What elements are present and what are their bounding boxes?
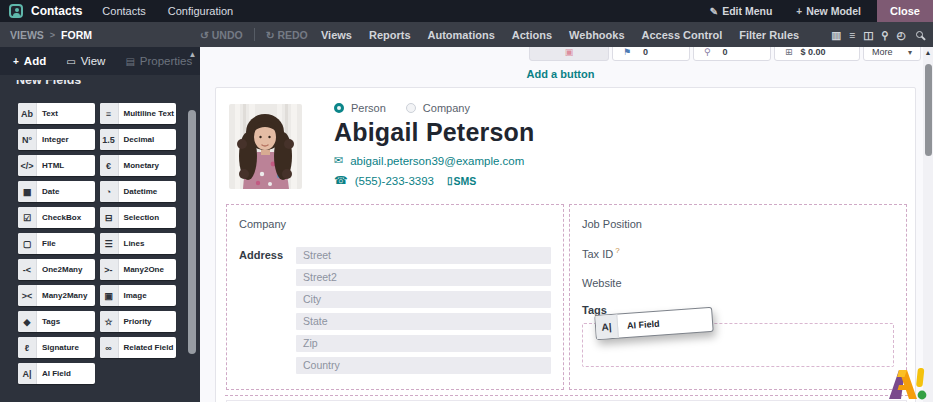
drop-separator bbox=[225, 395, 908, 396]
tab-actions[interactable]: Actions bbox=[512, 29, 552, 41]
field-label: Date bbox=[37, 181, 59, 202]
field-button-datetime[interactable]: ◔Datetime bbox=[100, 181, 177, 202]
form-column-right[interactable]: Job Position Tax ID? Website Tags A| AI … bbox=[569, 204, 907, 390]
stat-button-pin[interactable]: ⚲0 bbox=[693, 47, 771, 61]
field-button-monetary[interactable]: €Monetary bbox=[100, 155, 177, 176]
plus-icon: + bbox=[796, 6, 802, 17]
field-button-tags[interactable]: ◆Tags bbox=[18, 311, 95, 332]
stat-button-bookmark[interactable]: ⚑0 bbox=[612, 47, 690, 61]
monitor-icon: ▭ bbox=[66, 56, 75, 67]
add-a-button-link[interactable]: Add a button bbox=[200, 68, 921, 80]
sms-button[interactable]: ▯SMS bbox=[447, 175, 476, 187]
field-button-lines[interactable]: ☰Lines bbox=[100, 233, 177, 254]
divider bbox=[254, 28, 255, 41]
radio-person[interactable] bbox=[334, 103, 344, 113]
radio-company[interactable] bbox=[406, 103, 416, 113]
contacts-app-icon[interactable] bbox=[9, 4, 23, 18]
street2-input[interactable]: Street2 bbox=[296, 269, 551, 286]
scroll-up-icon[interactable]: ▲ bbox=[923, 47, 933, 58]
list-view-icon[interactable]: ≡ bbox=[849, 29, 855, 41]
field-button-many2many[interactable]: ><Many2Many bbox=[18, 285, 95, 306]
field-button-decimal[interactable]: 1.5Decimal bbox=[100, 129, 177, 150]
edit-menu-button[interactable]: ✎Edit Menu bbox=[710, 5, 773, 17]
top-navbar: Contacts Contacts Configuration ✎Edit Me… bbox=[0, 0, 933, 22]
stat-button-disabled[interactable]: ▣ bbox=[529, 47, 609, 61]
field-button-html[interactable]: </>HTML bbox=[18, 155, 95, 176]
zip-input[interactable]: Zip bbox=[296, 335, 551, 352]
menu-contacts[interactable]: Contacts bbox=[102, 5, 145, 17]
activity-view-icon[interactable]: ◴ bbox=[897, 29, 906, 41]
breadcrumb-views[interactable]: VIEWS bbox=[10, 29, 44, 41]
contact-type-radios: Person Company bbox=[334, 102, 534, 114]
sidebar-tab-add[interactable]: +Add bbox=[13, 55, 46, 67]
redo-button[interactable]: ↻ REDO bbox=[266, 29, 308, 41]
field-label: Priority bbox=[119, 311, 152, 332]
main-scrollbar[interactable]: ▲ bbox=[923, 47, 933, 402]
tab-webhooks[interactable]: Webhooks bbox=[569, 29, 624, 41]
field-button-multiline-text[interactable]: ≡Multiline Text bbox=[100, 103, 177, 124]
close-studio-button[interactable]: Close bbox=[877, 0, 933, 22]
field-button-integer[interactable]: N°Integer bbox=[18, 129, 95, 150]
field-button-signature[interactable]: ℓSignature bbox=[18, 337, 95, 358]
field-drop-zone[interactable]: A| AI Field bbox=[582, 323, 894, 367]
field-button-related-field[interactable]: ∞Related Field bbox=[100, 337, 177, 358]
contact-photo[interactable] bbox=[229, 104, 302, 189]
undo-button[interactable]: ↺ UNDO bbox=[200, 29, 243, 41]
field-button-selection[interactable]: ⊟Selection bbox=[100, 207, 177, 228]
scroll-up-icon[interactable]: ▲ bbox=[186, 50, 199, 60]
field-label: Integer bbox=[37, 129, 69, 150]
tab-views[interactable]: Views bbox=[321, 29, 352, 41]
kanban-view-icon[interactable]: ◫ bbox=[863, 29, 873, 41]
more-dropdown[interactable]: More▾ bbox=[863, 47, 921, 61]
field-button-date[interactable]: ▦Date bbox=[18, 181, 95, 202]
field-label: Lines bbox=[119, 233, 145, 254]
tab-automations[interactable]: Automations bbox=[428, 29, 495, 41]
search-view-icon[interactable] bbox=[916, 31, 923, 38]
website-field-label[interactable]: Website bbox=[582, 277, 894, 289]
tax-id-field-label[interactable]: Tax ID? bbox=[582, 246, 894, 260]
field-button-many2one[interactable]: >-Many2One bbox=[100, 259, 177, 280]
field-label: Datetime bbox=[119, 181, 158, 202]
phone-icon: ☎ bbox=[334, 174, 348, 187]
studio-toolbar: VIEWS > FORM ↺ UNDO ↻ REDO Views Reports… bbox=[0, 22, 933, 47]
tab-access-control[interactable]: Access Control bbox=[642, 29, 723, 41]
field-button-checkbox[interactable]: ☑CheckBox bbox=[18, 207, 95, 228]
html-field-icon: </> bbox=[18, 155, 37, 176]
country-input[interactable]: Country bbox=[296, 357, 551, 374]
selection-field-icon: ⊟ bbox=[100, 207, 119, 228]
tab-reports[interactable]: Reports bbox=[369, 29, 411, 41]
sidebar-tab-properties[interactable]: ▤Properties bbox=[125, 55, 192, 67]
new-model-button[interactable]: +New Model bbox=[796, 5, 861, 17]
contact-card-view-icon[interactable]: ▥ bbox=[831, 29, 841, 41]
sidebar-tab-view[interactable]: ▭View bbox=[66, 55, 105, 67]
main-scrollbar-thumb[interactable] bbox=[925, 64, 932, 156]
state-input[interactable]: State bbox=[296, 313, 551, 330]
company-field-label[interactable]: Company bbox=[239, 218, 551, 230]
phone-link[interactable]: (555)-233-3393 bbox=[355, 175, 434, 187]
job-position-field-label[interactable]: Job Position bbox=[582, 218, 894, 230]
address-label: Address bbox=[239, 247, 296, 379]
field-label: Selection bbox=[119, 207, 160, 228]
field-button-file[interactable]: ▢File bbox=[18, 233, 95, 254]
field-button-priority[interactable]: ☆Priority bbox=[100, 311, 177, 332]
field-button-ai-field[interactable]: A|AI Field bbox=[18, 363, 95, 384]
form-column-left[interactable]: Company Address Street Street2 City Stat… bbox=[226, 204, 564, 390]
contact-name-field[interactable]: Abigail Peterson bbox=[334, 118, 534, 147]
menu-configuration[interactable]: Configuration bbox=[168, 5, 233, 17]
tab-filter-rules[interactable]: Filter Rules bbox=[739, 29, 799, 41]
field-button-one2many[interactable]: -<One2Many bbox=[18, 259, 95, 280]
sidebar-scrollbar-thumb[interactable] bbox=[188, 110, 196, 354]
map-view-icon[interactable]: ⚲ bbox=[881, 29, 889, 41]
city-input[interactable]: City bbox=[296, 291, 551, 308]
email-link[interactable]: abigail.peterson39@example.com bbox=[350, 155, 524, 167]
street-input[interactable]: Street bbox=[296, 247, 551, 264]
ai-assistant-logo[interactable] bbox=[887, 364, 927, 401]
lines-field-icon: ☰ bbox=[100, 233, 119, 254]
sidebar-scrollbar[interactable]: ▲ bbox=[186, 50, 199, 402]
field-button-text[interactable]: AbText bbox=[18, 103, 95, 124]
many2many-field-icon: >< bbox=[18, 285, 37, 306]
field-button-image[interactable]: ▣Image bbox=[100, 285, 177, 306]
related-field-icon: ∞ bbox=[100, 337, 119, 358]
field-label: Tags bbox=[37, 311, 60, 332]
stat-button-invoiced[interactable]: ⊞$ 0.00 bbox=[774, 47, 860, 61]
